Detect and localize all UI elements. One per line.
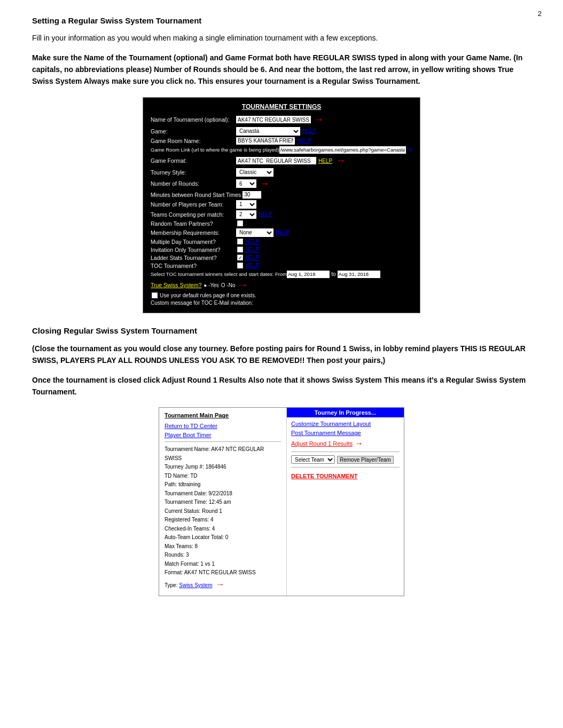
ts-row-true-swiss: True Swiss System? ● -Yes O -No → [151,280,412,291]
paragraph2: Make sure the Name of the Tournament (op… [32,52,531,88]
ts-row-format: Game Format: HELP → [151,155,412,167]
ts-input-format[interactable] [236,157,316,164]
ts-label-minutes: Minutes between Round Start Times: [151,192,243,198]
ts-checkbox-ladder[interactable]: ✓ [237,255,243,260]
ts-input-roomlink[interactable] [279,146,406,154]
tmp-title: Tournament Main Page [165,412,281,418]
tmp-val-format: AK47 NTC REGULAR SWISS [184,569,256,575]
ts-input-roomname[interactable] [236,137,295,145]
tmp-val-rounds: 3 [186,552,189,558]
ts-select-membership[interactable]: None [236,228,273,237]
red-arrow-rounds: → [260,178,269,189]
ts-row-toc-dates: Select TOC tournament winners select and… [151,271,412,278]
tmp-link-boottimer[interactable]: Player Boot Timer [165,432,281,438]
tmp-val-type: Swiss System [179,582,212,588]
tmp-info-name: Tournament Name: AK47 NTC REGULAR SWISS [165,445,281,463]
ts-help-membership[interactable]: HELP [276,230,290,235]
ts-row-default-rules: Use your default rules page if one exist… [151,292,412,298]
tmp-select-row: Select Team Remove Player/Team [291,455,400,464]
ts-input-minutes[interactable] [243,191,261,199]
ts-help-format[interactable]: HELP [318,158,332,164]
ts-row-game: Game: Canasta HELP [151,127,412,136]
tmp-right-header: Tourney In Progress... [287,408,404,417]
tmp-select-team[interactable]: Select Team [291,455,335,464]
red-arrow-adjust: → [355,439,363,448]
ts-row-invitation: Invitation Only Tournament? HELP [151,247,412,253]
tmp-info-format: Format: AK47 NTC REGULAR SWISS [165,568,281,577]
ts-label-ladder: Ladder Stats Tournament? [151,255,236,261]
red-arrow-format: → [335,155,345,167]
tmp-link-adjustround[interactable]: Adjust Round 1 Results [291,440,353,447]
ts-checkbox-multiday[interactable] [237,239,243,244]
tmp-val-checkedin: 4 [212,526,215,532]
tmp-val-jump: 1864846 [206,464,226,470]
ts-select-style[interactable]: Classic [236,168,273,177]
tmp-info-path: Path: tdtraining [165,480,281,489]
ts-help-teams[interactable]: HELP [259,211,272,217]
ts-label-roomname: Game Room Name: [151,138,236,144]
tmp-link-delete[interactable]: DELETE TOURNAMENT [291,473,400,479]
ts-label-players: Number of Players per Team: [151,201,236,208]
tmp-right-panel: Tourney In Progress... Customize Tournam… [287,408,404,596]
tmp-button-remove[interactable]: Remove Player/Team [337,456,394,464]
ts-row-players: Number of Players per Team: 1 [151,200,412,209]
tmp-info-autolocator: Auto-Team Locator Total: 0 [165,533,281,542]
tmp-val-registered: 4 [210,517,214,523]
ts-label-invitation: Invitation Only Tournament? [151,247,236,253]
tmp-val-td: TD [190,473,197,479]
tmp-info-status: Current Status: Round 1 [165,507,281,516]
tmp-divider1 [165,441,281,442]
tournament-main-screenshot: Tournament Main Page Return to TD Center… [32,407,531,596]
ts-input-date-from[interactable] [287,271,330,278]
ts-help-invitation[interactable]: HELP [245,247,259,252]
red-arrow-trueswiss: → [238,280,248,291]
ts-checkbox-rules[interactable] [152,292,158,298]
ts-label-toc-dates: Select TOC tournament winners select and… [151,271,287,277]
tmp-info-matchformat: Match Format: 1 vs 1 [165,560,281,569]
paragraph4: Once the tournament is closed click Adju… [32,374,531,398]
ts-help-link[interactable]: HI [407,147,412,153]
ts-label-rounds: Number of Rounds: [151,180,236,187]
ts-input-name[interactable] [236,116,311,123]
ts-label-toc: TOC Tournament? [151,263,236,269]
tournament-main-box: Tournament Main Page Return to TD Center… [159,407,404,596]
ts-checkbox-random[interactable] [237,220,243,226]
page-number: 2 [538,10,542,18]
tmp-val-name: AK47 NTC REGULAR SWISS [165,446,264,461]
ts-select-rounds[interactable]: 6 [236,179,256,188]
ts-input-date-to[interactable] [338,271,380,278]
tmp-adjust-row: Adjust Round 1 Results → [291,439,400,448]
ts-row-rounds: Number of Rounds: 6 → [151,178,412,189]
paragraph3: (Close the tournament as you would close… [32,343,531,367]
ts-label-true-swiss: True Swiss System? [151,282,201,288]
tmp-val-matchformat: 1 vs 1 [200,561,215,567]
ts-help-roomname[interactable]: HELP [297,138,311,144]
tmp-link-tdcenter[interactable]: Return to TD Center [165,423,281,429]
ts-checkbox-toc[interactable] [237,263,243,268]
ts-label-style: Tourney Style: [151,169,236,176]
tmp-info-registered: Registered Teams: 4 [165,516,281,525]
ts-row-random: Random Team Partners? [151,220,412,227]
tmp-info-jump: Tourney Jump #: 1864846 [165,463,281,472]
ts-label-name: Name of Tournament (optional): [151,116,236,123]
closing-section: Closing Regular Swiss System Tournament … [32,326,531,398]
ts-help-ladder[interactable]: HELP [245,255,259,260]
tmp-right-body: Customize Tournament Layout Post Tournam… [287,417,404,482]
ts-to-label: to [331,271,335,277]
tmp-left-panel: Tournament Main Page Return to TD Center… [159,408,287,596]
ts-label-membership: Membership Requirements: [151,230,236,236]
ts-label-multiday: Multiple Day Tournament? [151,239,236,245]
tmp-link-postmsg[interactable]: Post Tournament Message [291,430,400,436]
tmp-link-customize[interactable]: Customize Tournament Layout [291,421,400,427]
tmp-val-maxteams: 8 [195,543,198,549]
ts-help-toc[interactable]: HELP [245,263,259,268]
tmp-val-autolocator: 0 [225,534,229,540]
ts-select-game[interactable]: Canasta [236,127,300,136]
tmp-info-checkedin: Checked-In Teams: 4 [165,525,281,534]
ts-help-game[interactable]: HELP [302,128,316,134]
tmp-info-block: Tournament Name: AK47 NTC REGULAR SWISS … [165,445,281,591]
ts-select-teams[interactable]: 2 [236,210,256,219]
ts-select-players[interactable]: 1 [236,200,256,209]
ts-help-multiday[interactable]: HELP [245,239,259,244]
ts-checkbox-invitation[interactable] [237,247,243,252]
